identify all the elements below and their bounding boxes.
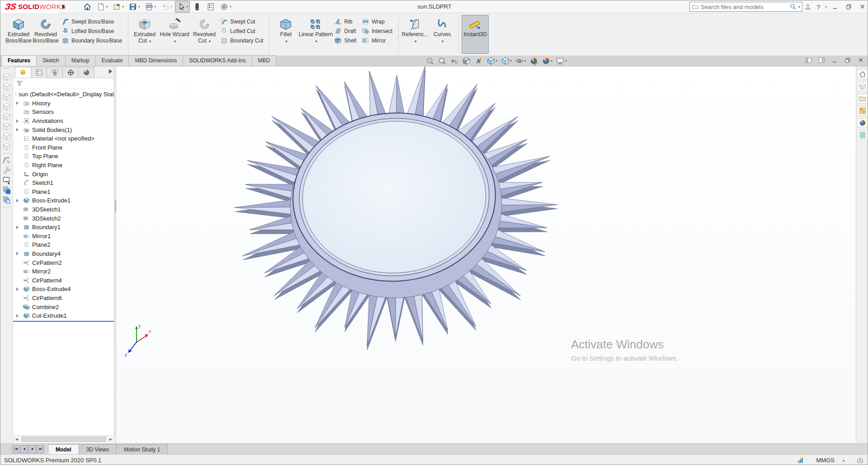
open-dropdown-icon[interactable]: ▾ [123, 5, 124, 9]
swept-boss-base-button[interactable]: Swept Boss/Base [59, 17, 125, 26]
layer-cubes2-button[interactable] [2, 195, 11, 205]
new-doc-dropdown-icon[interactable]: ▾ [106, 5, 108, 9]
tree-item-mirror1[interactable]: Mirror1 [13, 232, 114, 241]
lofted-boss-base-button[interactable]: Lofted Boss/Base [59, 26, 125, 36]
annotation-views-button[interactable]: A [473, 56, 484, 66]
view-orientation-dropdown-icon[interactable]: ▾ [496, 59, 498, 63]
tab-mbd-dimensions[interactable]: MBD Dimensions [128, 55, 183, 66]
tree-item-boss-extrude1[interactable]: Boss-Extrude1 [13, 196, 114, 205]
tree-item-boss-extrude4[interactable]: Boss-Extrude4 [13, 285, 114, 294]
extruded-cut-button[interactable]: ExtrudedCut ▾ [131, 15, 158, 54]
hole-wizard-button[interactable]: Hole Wizard ▾ [158, 15, 191, 54]
help-button[interactable]: ? [816, 3, 821, 11]
search-input[interactable] [701, 4, 788, 10]
pane-right-button[interactable] [818, 56, 826, 64]
document-close-button[interactable] [857, 56, 865, 64]
document-min-button[interactable] [831, 56, 839, 64]
tree-item-right-plane[interactable]: Right Plane [13, 161, 114, 170]
hscroll-left-arrow[interactable]: ◄ [13, 436, 20, 442]
expand-arrow-icon[interactable] [16, 128, 19, 132]
tree-item-sketch1[interactable]: Sketch1 [13, 178, 114, 188]
tree-item-3dsketch2[interactable]: 3D3DSketch2 [13, 214, 114, 223]
user-icon[interactable] [804, 3, 812, 11]
document-restore-button[interactable] [844, 56, 852, 64]
boundary-boss-base-button[interactable]: Boundary Boss/Base [59, 36, 125, 45]
file-properties-button[interactable] [204, 1, 217, 13]
tree-item-sensors[interactable]: Sensors [13, 108, 114, 117]
edit-appearance-button[interactable] [528, 56, 539, 66]
curves-dropdown-icon[interactable]: ▾ [442, 39, 443, 43]
unit-system-value[interactable]: MMGS [816, 457, 835, 464]
task-pane-palette-button[interactable] [857, 106, 868, 116]
expand-arrow-icon[interactable] [16, 199, 19, 202]
tree-item-material-not-specified[interactable]: Material <not specified> [13, 134, 114, 143]
expand-arrow-icon[interactable] [16, 225, 19, 229]
gray-cube-button[interactable] [2, 82, 11, 92]
tree-item-mirror2[interactable]: Mirror2 [13, 267, 114, 276]
tree-item-plane2[interactable]: Plane2 [13, 240, 114, 249]
undo-button[interactable]: ▾ [159, 1, 174, 13]
tree-item-cirpattern6[interactable]: CirPattern6 [13, 294, 114, 303]
extruded-cut-dropdown-icon[interactable]: ▾ [149, 39, 151, 43]
apply-scene-button[interactable]: ▾ [541, 56, 554, 66]
print-dropdown-icon[interactable]: ▾ [155, 5, 156, 9]
tab-markup[interactable]: Markup [65, 55, 96, 66]
hscroll-track[interactable] [21, 437, 107, 442]
layer-cubes-button[interactable] [2, 185, 11, 195]
expand-arrow-icon[interactable] [16, 119, 19, 123]
options-dropdown-icon[interactable]: ▾ [230, 5, 231, 9]
hscroll-thumb[interactable] [22, 437, 106, 442]
tab-features[interactable]: Features [1, 55, 37, 66]
rollback-bar[interactable] [13, 321, 114, 322]
tree-item-history[interactable]: History [13, 99, 114, 108]
gray-cube-button[interactable] [2, 92, 11, 102]
referenc-dropdown-icon[interactable]: ▾ [415, 39, 416, 43]
panel-flyout-arrow[interactable] [109, 69, 112, 74]
expand-arrow-icon[interactable] [16, 252, 19, 255]
unit-system-dropdown-icon[interactable]: ▴ [843, 458, 844, 462]
section-view-button[interactable] [461, 56, 472, 66]
gray-cube-button[interactable] [2, 102, 11, 112]
nav-next-button[interactable] [28, 445, 36, 453]
home-button[interactable] [81, 1, 94, 13]
extruded-boss-base-button[interactable]: ExtrudedBoss/Base [5, 15, 32, 54]
tab-solidworks-add-ins[interactable]: SOLIDWORKS Add-Ins [183, 55, 252, 66]
rebuild-button[interactable] [191, 1, 203, 13]
expand-arrow-icon[interactable] [16, 101, 19, 105]
view-settings-button[interactable]: ▾ [555, 56, 568, 66]
wrench-button[interactable] [2, 165, 11, 175]
expand-arrow-icon[interactable] [16, 287, 19, 291]
left-toolbar-grip[interactable] [3, 67, 10, 69]
gray-cube-button[interactable] [2, 72, 11, 82]
fillet-dropdown-icon[interactable]: ▾ [285, 39, 287, 43]
revolved-cut-dropdown-icon[interactable]: ▾ [209, 39, 211, 43]
instant3d-button[interactable]: Instant3D [462, 15, 489, 54]
tree-item-solid-bodies-1[interactable]: Solid Bodies(1) [13, 125, 114, 134]
task-pane-home-button[interactable] [857, 69, 868, 79]
search-icon[interactable] [789, 3, 797, 10]
new-sketch-button[interactable] [2, 155, 11, 165]
revolved-cut-button[interactable]: RevolvedCut ▾ [191, 15, 218, 54]
gray-cube-button[interactable] [2, 112, 11, 122]
tree-item-origin[interactable]: Origin [13, 169, 114, 178]
fillet-button[interactable]: Fillet ▾ [272, 15, 299, 54]
search-box[interactable]: ▾ [689, 2, 802, 12]
zoom-area-button[interactable] [437, 56, 448, 66]
hide-show-items-dropdown-icon[interactable]: ▾ [524, 59, 526, 63]
gray-cube-button[interactable] [2, 141, 11, 151]
apply-scene-dropdown-icon[interactable]: ▾ [551, 59, 553, 63]
tree-item-boundary1[interactable]: Boundary1 [13, 223, 114, 232]
gray-cube-button[interactable] [2, 132, 11, 141]
bottom-tab-model[interactable]: Model [48, 444, 79, 454]
tree-item-3dsketch1[interactable]: 3D3DSketch1 [13, 205, 114, 214]
revolved-boss-base-button[interactable]: RevolvedBoss/Base [32, 15, 59, 54]
view-settings-dropdown-icon[interactable]: ▾ [565, 59, 567, 63]
zoom-fit-button[interactable] [425, 56, 435, 66]
undo-dropdown-icon[interactable]: ▾ [170, 5, 172, 9]
display-style-dropdown-icon[interactable]: ▾ [510, 59, 512, 63]
help-dropdown-icon[interactable]: ▾ [825, 5, 827, 9]
feature-tree-filter[interactable] [13, 78, 114, 89]
tree-item-boundary4[interactable]: Boundary4 [13, 249, 114, 258]
curves-button[interactable]: Curves ▾ [429, 15, 456, 54]
previous-view-button[interactable] [449, 56, 460, 66]
